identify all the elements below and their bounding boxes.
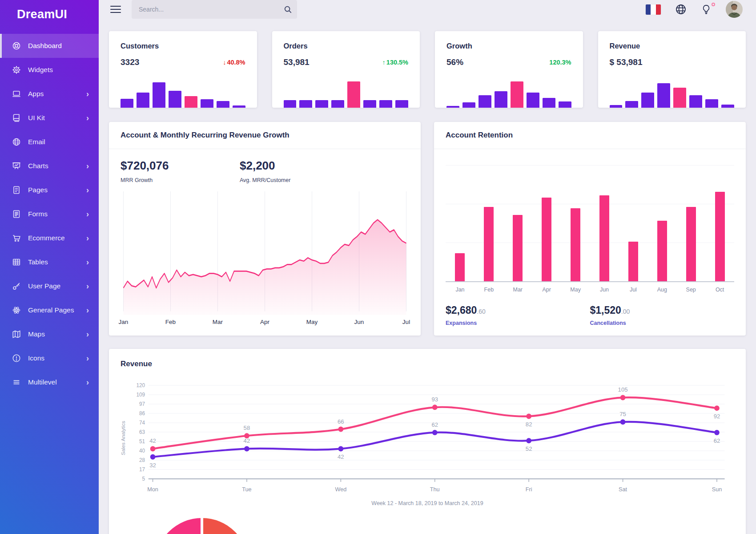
sidebar-item-icons[interactable]: Icons› <box>0 346 99 370</box>
mini-bar[interactable] <box>446 106 459 108</box>
mini-bar[interactable] <box>137 93 149 108</box>
sidebar-item-multilevel[interactable]: Multilevel› <box>0 370 99 394</box>
mini-bar[interactable] <box>721 105 734 108</box>
mini-bar[interactable] <box>153 82 165 108</box>
previous-point[interactable] <box>526 438 531 443</box>
lightbulb-icon[interactable] <box>701 4 712 15</box>
mini-bar[interactable] <box>379 100 392 108</box>
mini-bar[interactable] <box>543 98 555 108</box>
mini-bar[interactable] <box>395 100 408 108</box>
expansions-link[interactable]: Expansions <box>446 320 477 326</box>
cancellations-link[interactable]: Cancellations <box>590 320 626 326</box>
mini-bar[interactable] <box>479 95 491 108</box>
mini-bar[interactable] <box>511 81 523 108</box>
point-value-label: 42 <box>338 453 344 460</box>
previous-point[interactable] <box>620 419 626 425</box>
retention-bar[interactable] <box>542 198 551 281</box>
retention-bar[interactable] <box>657 221 667 281</box>
current-point[interactable] <box>150 446 156 451</box>
chevron-right-icon: › <box>86 186 89 194</box>
search-input[interactable] <box>132 0 297 19</box>
mini-bar-chart <box>610 80 735 108</box>
sidebar-item-pages[interactable]: Pages› <box>0 178 99 202</box>
previous-point[interactable] <box>338 446 343 451</box>
revenue-line-chart[interactable]: 12010997867463514028175MonTueWedThuFriSa… <box>127 380 734 496</box>
retention-bar[interactable] <box>628 242 638 281</box>
retention-bar[interactable] <box>484 207 494 281</box>
mini-bar[interactable] <box>347 81 360 108</box>
sidebar-item-tables[interactable]: Tables› <box>0 250 99 274</box>
current-point[interactable] <box>338 427 343 432</box>
point-value-label: 75 <box>619 411 626 417</box>
sidebar-item-forms[interactable]: Forms› <box>0 202 99 226</box>
retention-bar[interactable] <box>599 195 609 281</box>
sidebar-item-maps[interactable]: Maps› <box>0 322 99 346</box>
globe-icon[interactable] <box>675 4 687 15</box>
mini-bar[interactable] <box>673 88 686 108</box>
retention-bar[interactable] <box>455 253 465 281</box>
mini-bar[interactable] <box>169 91 181 108</box>
point-value-label: 42 <box>244 437 250 444</box>
mini-bar[interactable] <box>705 99 718 108</box>
mini-bar[interactable] <box>527 93 539 108</box>
retention-bar[interactable] <box>715 192 725 281</box>
retention-bar[interactable] <box>571 208 580 281</box>
retention-x-axis-labels: JanFebMarAprMayJunJulAugSepOct <box>446 287 734 293</box>
mini-bar[interactable] <box>121 99 133 108</box>
app-logo[interactable]: DreamUI <box>0 0 99 28</box>
retention-bar[interactable] <box>513 215 523 281</box>
sidebar-item-general-pages[interactable]: General Pages› <box>0 298 99 322</box>
sidebar-item-ecommerce[interactable]: Ecommerce› <box>0 226 99 250</box>
sidebar-item-email[interactable]: Email <box>0 130 99 154</box>
mini-bar[interactable] <box>233 105 245 108</box>
svg-text:74: 74 <box>139 420 145 426</box>
sidebar-item-label: General Pages <box>28 306 86 314</box>
retention-bar-chart[interactable] <box>446 165 734 282</box>
current-point[interactable] <box>620 395 626 400</box>
sidebar-item-user-page[interactable]: User Page› <box>0 274 99 298</box>
mini-bar[interactable] <box>610 105 623 108</box>
sidebar-item-ui-kit[interactable]: UI Kit› <box>0 106 99 130</box>
mini-bar[interactable] <box>559 101 571 108</box>
mini-bar[interactable] <box>217 101 229 108</box>
mini-bar[interactable] <box>689 95 702 108</box>
mini-bar[interactable] <box>462 102 475 108</box>
mini-bar[interactable] <box>284 100 297 108</box>
mini-bar[interactable] <box>299 100 312 108</box>
current-point[interactable] <box>432 405 438 410</box>
previous-point[interactable] <box>150 454 156 460</box>
ecommerce-icon <box>12 233 21 243</box>
flag-france-icon[interactable] <box>646 4 661 15</box>
current-point[interactable] <box>526 413 531 419</box>
charts-icon <box>12 161 21 171</box>
previous-point[interactable] <box>244 446 249 451</box>
previous-point[interactable] <box>432 430 438 435</box>
mini-bar[interactable] <box>185 96 197 108</box>
mrr-area-chart[interactable] <box>121 191 409 315</box>
mini-bar[interactable] <box>641 93 654 108</box>
donut-chart-partial[interactable] <box>155 518 249 534</box>
sidebar-item-apps[interactable]: Apps› <box>0 82 99 106</box>
search-icon[interactable] <box>284 5 292 13</box>
mini-bar[interactable] <box>363 100 376 108</box>
retention-bar[interactable] <box>686 207 696 281</box>
mini-bar[interactable] <box>495 91 507 108</box>
mini-bar[interactable] <box>331 100 344 108</box>
x-axis-tick-label: Oct <box>705 287 734 293</box>
sidebar-item-dashboard[interactable]: Dashboard <box>0 34 99 58</box>
down-arrow-icon: ↓ <box>223 59 226 66</box>
mini-bar[interactable] <box>657 83 670 108</box>
sidebar-item-charts[interactable]: Charts› <box>0 154 99 178</box>
mini-bar[interactable] <box>201 99 213 108</box>
mini-bar[interactable] <box>315 100 328 108</box>
mini-bar[interactable] <box>625 101 638 108</box>
previous-point[interactable] <box>714 430 720 435</box>
avatar[interactable] <box>726 1 743 18</box>
mrr-growth-card: Account & Monthly Recurring Revenue Grow… <box>109 122 421 336</box>
sidebar-item-widgets[interactable]: Widgets <box>0 58 99 82</box>
hamburger-icon[interactable] <box>110 4 121 15</box>
stat-card-orders: Orders 53,981 ↑130.5% <box>272 31 420 108</box>
chevron-right-icon: › <box>86 258 89 266</box>
point-value-label: 62 <box>714 437 720 444</box>
current-point[interactable] <box>714 405 720 411</box>
